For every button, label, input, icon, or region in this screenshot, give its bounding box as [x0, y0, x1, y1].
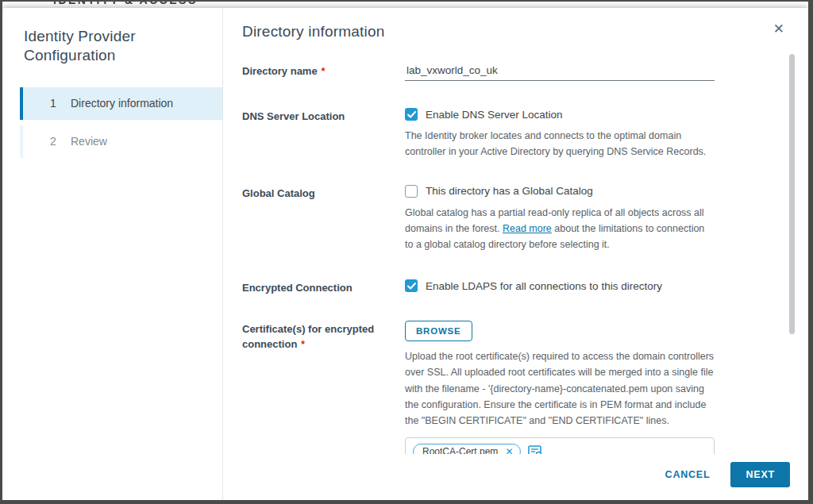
global-catalog-label: Global Catalog	[242, 185, 405, 202]
enable-dns-checkbox[interactable]: Enable DNS Server Location	[405, 108, 715, 121]
dialog-footer: CANCEL NEXT	[223, 454, 808, 500]
read-more-link[interactable]: Read more	[503, 223, 552, 234]
screen: IDENTITY & ACCESS Identity Provider Conf…	[2, 2, 808, 500]
global-catalog-row: Global Catalog This directory has a Glob…	[242, 185, 808, 253]
required-asterisk: *	[301, 339, 305, 350]
certificate-file-chip[interactable]: RootCA-Cert.pem ✕	[413, 444, 521, 454]
cancel-button[interactable]: CANCEL	[665, 469, 711, 480]
dns-description: The Identity broker locates and connects…	[405, 128, 715, 160]
step-number: 2	[50, 135, 71, 148]
global-catalog-checkbox-label: This directory has a Global Catalog	[426, 185, 593, 197]
directory-name-label: Directory name*	[242, 63, 405, 79]
form: Directory name* DNS Server Location	[223, 40, 808, 454]
certificates-row: Certificate(s) for encrypted connection*…	[242, 321, 808, 454]
close-icon[interactable]: ✕	[773, 22, 784, 36]
browse-button[interactable]: BROWSE	[405, 321, 472, 341]
wizard-steps: 1 Directory information 2 Review	[2, 87, 222, 158]
vertical-scrollbar[interactable]	[789, 54, 795, 334]
next-button[interactable]: NEXT	[730, 462, 790, 487]
encrypted-connection-row: Encrypted Connection Enable LDAPS for al…	[242, 279, 808, 296]
wizard-sidebar: Identity Provider Configuration 1 Direct…	[2, 8, 223, 500]
enable-ldaps-checkbox-label: Enable LDAPS for all connections to this…	[426, 280, 662, 292]
encrypted-connection-label: Encrypted Connection	[242, 279, 405, 296]
step-label: Directory information	[71, 97, 173, 110]
global-catalog-description: Global catalog has a partial read-only r…	[405, 205, 715, 253]
checkbox-unchecked-icon[interactable]	[405, 185, 418, 198]
view-certificate-icon[interactable]	[528, 445, 543, 454]
enable-dns-checkbox-label: Enable DNS Server Location	[426, 109, 563, 121]
step-directory-information[interactable]: 1 Directory information	[20, 87, 222, 120]
certificate-file-name: RootCA-Cert.pem	[422, 446, 498, 454]
background-nav-text: IDENTITY & ACCESS	[53, 2, 198, 6]
dns-server-location-label: DNS Server Location	[242, 108, 405, 125]
dns-server-location-row: DNS Server Location Enable DNS Server Lo…	[242, 108, 808, 160]
required-asterisk: *	[322, 66, 326, 77]
uploaded-certificates-box: RootCA-Cert.pem ✕	[405, 437, 715, 454]
certificates-description: Upload the root certificate(s) required …	[405, 348, 715, 429]
directory-information-panel: Directory information ✕ Directory name* …	[223, 8, 808, 500]
background-page: IDENTITY & ACCESS	[2, 2, 808, 8]
panel-header: Directory information ✕	[223, 8, 808, 40]
global-catalog-checkbox[interactable]: This directory has a Global Catalog	[405, 185, 715, 198]
checkbox-checked-icon[interactable]	[405, 279, 418, 292]
directory-name-input[interactable]	[405, 64, 715, 81]
step-number: 1	[50, 97, 71, 110]
enable-ldaps-checkbox[interactable]: Enable LDAPS for all connections to this…	[405, 279, 715, 292]
wizard-title: Identity Provider Configuration	[2, 21, 222, 65]
step-review[interactable]: 2 Review	[20, 125, 222, 158]
checkbox-checked-icon[interactable]	[405, 108, 418, 121]
page-title: Directory information	[242, 23, 786, 40]
directory-name-row: Directory name*	[242, 63, 808, 81]
remove-certificate-icon[interactable]: ✕	[505, 447, 513, 454]
certificates-label: Certificate(s) for encrypted connection*	[242, 321, 405, 352]
identity-provider-configuration-dialog: Identity Provider Configuration 1 Direct…	[2, 8, 808, 500]
step-label: Review	[71, 135, 107, 148]
